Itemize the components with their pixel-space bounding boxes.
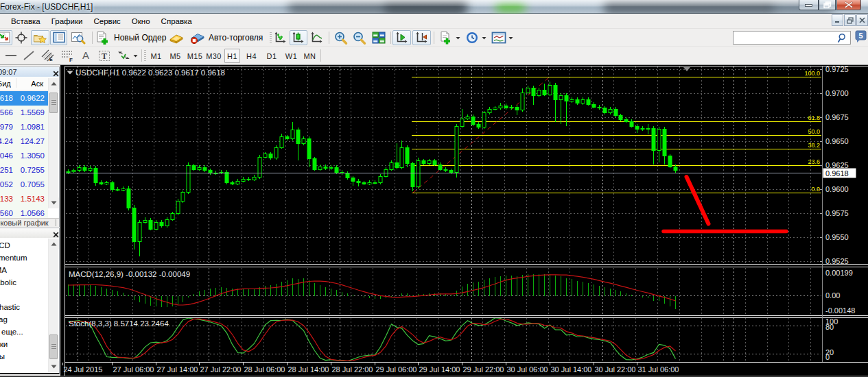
fib-level-label: 38.2 xyxy=(808,142,820,149)
price-label: 0.9525 xyxy=(825,257,849,265)
fib-level-label: 23.6 xyxy=(808,158,820,165)
bull-candle xyxy=(521,93,524,110)
bear-candle xyxy=(313,159,316,170)
bear-candle xyxy=(576,100,579,104)
bull-candle xyxy=(302,139,305,144)
time-label: 31 Jul 06:00 xyxy=(638,365,679,374)
bull-candle xyxy=(379,177,382,183)
bear-candle xyxy=(652,129,655,151)
macd-scale-label: -0.00148 xyxy=(825,306,855,315)
bear-candle xyxy=(346,173,349,178)
bull-candle xyxy=(493,108,497,110)
bear-candle xyxy=(619,116,622,120)
bull-candle xyxy=(417,161,420,187)
bull-candle xyxy=(466,117,469,119)
fib-level-label: 61.8 xyxy=(808,114,820,121)
time-label: 24 Jul 2015 xyxy=(64,365,103,374)
bear-candle xyxy=(296,130,300,144)
bull-candle xyxy=(154,223,158,230)
bull-candle xyxy=(176,202,180,214)
bear-candle xyxy=(504,106,508,108)
bull-candle xyxy=(89,169,92,171)
macd-scale-label: 0.00 xyxy=(825,291,840,300)
bear-candle xyxy=(444,170,447,171)
bid-price-value: 0.9618 xyxy=(825,169,849,178)
price-label: 0.9600 xyxy=(825,185,849,193)
bear-candle xyxy=(116,190,119,191)
bear-candle xyxy=(554,86,557,100)
bear-candle xyxy=(433,161,436,165)
bear-candle xyxy=(614,110,618,116)
time-label: 29 Jul 06:00 xyxy=(376,365,417,374)
time-label: 30 Jul 22:00 xyxy=(595,365,636,374)
macd-label: MACD(12,26,9) -0.00132 -0.00049 xyxy=(69,270,190,278)
bull-candle xyxy=(548,86,552,95)
bear-candle xyxy=(362,183,366,184)
stoch-scale-label: 80 xyxy=(825,323,834,331)
stoch-label: Stoch(8,3,3) 8.5714 23.2464 xyxy=(69,319,169,328)
bull-candle xyxy=(400,148,403,168)
bull-candle xyxy=(187,166,190,193)
time-label: 27 Jul 14:00 xyxy=(157,365,198,374)
bear-candle xyxy=(307,139,311,159)
time-label: 29 Jul 14:00 xyxy=(419,365,460,374)
bull-candle xyxy=(646,129,650,130)
bear-candle xyxy=(565,96,568,101)
bear-candle xyxy=(94,169,97,183)
bear-candle xyxy=(373,183,377,184)
bear-candle xyxy=(630,122,633,127)
bull-candle xyxy=(329,168,333,169)
bear-candle xyxy=(663,130,666,156)
price-label: 0.9725 xyxy=(825,65,849,73)
bear-candle xyxy=(209,171,212,173)
bear-candle xyxy=(598,108,601,108)
bull-candle xyxy=(291,130,294,139)
bear-candle xyxy=(351,178,355,182)
bull-candle xyxy=(242,180,245,182)
bear-candle xyxy=(395,163,399,168)
bull-candle xyxy=(318,167,322,170)
bull-candle xyxy=(482,113,486,127)
bull-candle xyxy=(72,171,75,172)
bull-candle xyxy=(499,106,502,108)
bull-candle xyxy=(105,183,108,184)
price-label: 0.9625 xyxy=(825,161,849,169)
fib-level-label: 50.0 xyxy=(808,128,820,135)
bear-candle xyxy=(247,180,250,180)
bear-candle xyxy=(269,154,272,158)
time-label: 29 Jul 22:00 xyxy=(463,365,504,374)
price-label: 0.9550 xyxy=(825,233,849,241)
bull-candle xyxy=(198,168,201,170)
bear-candle xyxy=(668,156,672,167)
chart-window[interactable]: 0.023.638.250.061.8100.0USDCHF,H1 0.9622… xyxy=(60,65,868,377)
chart-title: USDCHF,H1 0.9622 0.9623 0.9617 0.9618 xyxy=(75,69,225,77)
bear-candle xyxy=(587,100,590,105)
bear-candle xyxy=(406,148,409,164)
bear-candle xyxy=(285,137,289,139)
bull-candle xyxy=(181,193,185,202)
bear-candle xyxy=(471,117,475,125)
bull-candle xyxy=(67,172,70,173)
bull-candle xyxy=(488,110,491,113)
bear-candle xyxy=(357,182,360,183)
bull-candle xyxy=(657,130,661,151)
bull-candle xyxy=(570,100,574,101)
bear-candle xyxy=(203,168,207,171)
bear-candle xyxy=(192,166,196,170)
application-window: Forex-Fix - [USDCHF,H1] ВставкаГрафикиСе… xyxy=(0,0,868,377)
time-label: 28 Jul 14:00 xyxy=(288,365,329,374)
bear-candle xyxy=(449,171,453,173)
bear-candle xyxy=(422,161,425,164)
bull-candle xyxy=(455,127,458,173)
bear-candle xyxy=(149,221,152,230)
bear-candle xyxy=(635,127,639,130)
bear-candle xyxy=(477,125,480,127)
bull-candle xyxy=(274,148,278,158)
bull-candle xyxy=(390,163,393,170)
bear-candle xyxy=(411,164,414,187)
bull-candle xyxy=(121,189,125,191)
bear-candle xyxy=(335,168,338,173)
bull-candle xyxy=(165,220,169,226)
bull-candle xyxy=(460,119,464,127)
bear-candle xyxy=(438,165,442,170)
